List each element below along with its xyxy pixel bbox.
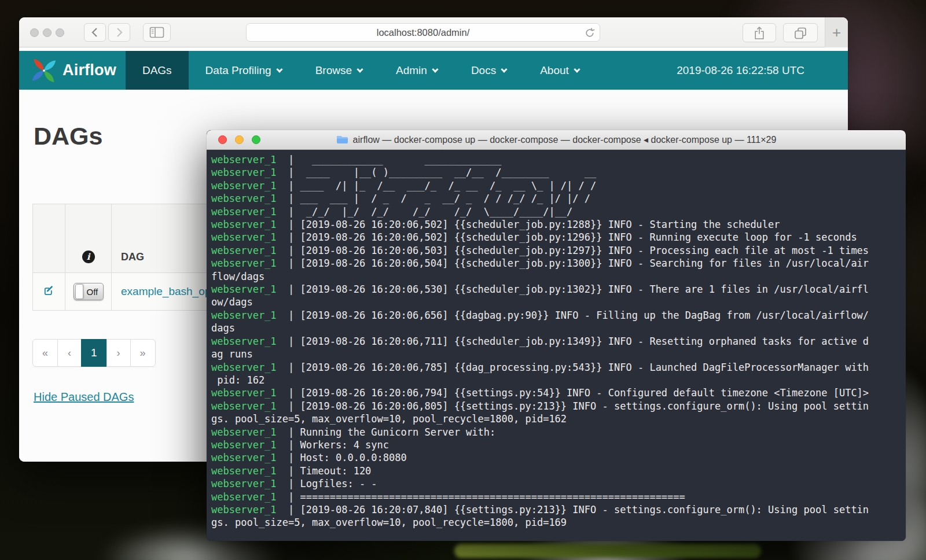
minimize-button[interactable] <box>43 28 52 37</box>
sidebar-icon <box>149 27 164 38</box>
nav-item-admin[interactable]: Admin <box>379 51 454 90</box>
terminal-log-line: webserver_1 | [2019-08-26 16:20:06,805] … <box>211 400 901 412</box>
terminal-log-line: webserver_1 | [2019-08-26 16:20:06,502] … <box>211 231 901 244</box>
airflow-navbar: Airflow DAGsData ProfilingBrowseAdminDoc… <box>19 51 848 90</box>
url-text: localhost:8080/admin/ <box>377 27 470 38</box>
toggle-knob <box>75 284 83 299</box>
terminal-log-line: webserver_1 | ____ /| |_ /__ ___/_ /_ __… <box>211 179 901 192</box>
brand-label: Airflow <box>63 61 116 79</box>
nav-item-label: About <box>540 64 569 77</box>
zoom-button[interactable] <box>56 28 64 37</box>
terminal-window-controls <box>218 135 260 144</box>
terminal-log-line: webserver_1 | Logfiles: - - <box>211 477 901 490</box>
terminal-log-line: webserver_1 | [2019-08-26 16:20:06,656] … <box>211 309 901 322</box>
terminal-title-group: airflow — docker-compose up — docker-com… <box>336 134 777 145</box>
page-first-button[interactable]: « <box>32 339 58 367</box>
terminal-titlebar: airflow — docker-compose up — docker-com… <box>207 130 906 150</box>
chevron-down-icon <box>432 66 438 72</box>
terminal-log-line: webserver_1 | [2019-08-26 16:20:06,504] … <box>211 257 901 270</box>
info-circle-icon: i <box>82 250 95 263</box>
terminal-log-line: webserver_1 | [2019-08-26 16:20:06,530] … <box>211 283 901 296</box>
terminal-log-line: webserver_1 | ___ ___ | / _ / _ __/ _ / … <box>211 192 901 205</box>
forward-button[interactable] <box>108 23 130 42</box>
tabs-icon <box>793 26 807 40</box>
dag-header-label: DAG <box>121 251 144 263</box>
toggle-cell: Off <box>65 273 112 311</box>
terminal-log-line: webserver_1 | _/_/ |_/ /_/ /_/ /_/ \____… <box>211 205 901 218</box>
share-button[interactable] <box>743 23 776 42</box>
folder-icon <box>336 135 348 145</box>
chevron-down-icon <box>574 66 580 72</box>
minimize-button[interactable] <box>235 135 244 144</box>
nav-item-docs[interactable]: Docs <box>454 51 523 90</box>
info-column-header: i <box>65 204 112 273</box>
new-tab-button[interactable]: + <box>825 17 848 47</box>
nav-item-dags[interactable]: DAGs <box>126 51 189 90</box>
pagination: «‹1›» <box>32 339 156 367</box>
chevron-down-icon <box>276 66 282 72</box>
nav-item-data-profiling[interactable]: Data Profiling <box>189 51 299 90</box>
utc-clock: 2019-08-26 16:22:58 UTC <box>677 64 804 77</box>
terminal-window: airflow — docker-compose up — docker-com… <box>207 130 906 541</box>
nav-item-label: Docs <box>471 64 496 77</box>
plus-icon: + <box>832 24 841 42</box>
page-title: DAGs <box>34 122 102 150</box>
chevron-down-icon <box>501 66 508 72</box>
terminal-log-line: flow/dags <box>211 270 901 283</box>
nav-item-browse[interactable]: Browse <box>299 51 379 90</box>
page-last-button[interactable]: » <box>130 339 156 367</box>
page-1-button[interactable]: 1 <box>81 339 107 367</box>
terminal-log-line: dags <box>211 322 901 334</box>
terminal-log-line: webserver_1 | ____ |__( )_________ __/__… <box>211 166 901 179</box>
hide-paused-dags-link[interactable]: Hide Paused DAGs <box>34 390 134 404</box>
terminal-log-line: webserver_1 | Running the Gunicorn Serve… <box>211 426 901 439</box>
nav-item-about[interactable]: About <box>523 51 596 90</box>
chevron-right-icon <box>115 27 123 38</box>
nav-item-label: DAGs <box>142 64 172 77</box>
nav-item-label: Data Profiling <box>205 64 271 77</box>
chevron-left-icon <box>91 27 99 38</box>
terminal-log-line: webserver_1 | Host: 0.0.0.0:8080 <box>211 451 901 464</box>
terminal-title: airflow — docker-compose up — docker-com… <box>353 134 777 145</box>
page-next-button[interactable]: › <box>106 339 131 367</box>
reload-icon[interactable] <box>584 27 596 39</box>
dag-pause-toggle[interactable]: Off <box>74 283 104 300</box>
airflow-logo-icon <box>31 57 57 84</box>
airflow-brand[interactable]: Airflow <box>31 51 116 90</box>
browser-toolbar: localhost:8080/admin/ + <box>19 17 848 47</box>
terminal-log-line: gs. pool_size=5, max_overflow=10, pool_r… <box>211 516 901 529</box>
terminal-log-line: gs. pool_size=5, max_overflow=10, pool_r… <box>211 412 901 425</box>
edit-column-header <box>33 204 65 273</box>
edit-dag-icon[interactable] <box>42 284 56 297</box>
close-button[interactable] <box>218 135 227 144</box>
window-controls <box>30 28 64 37</box>
show-tabs-button[interactable] <box>783 23 818 42</box>
url-field[interactable]: localhost:8080/admin/ <box>246 23 600 42</box>
terminal-log-line: webserver_1 | [2019-08-26 16:20:07,840] … <box>211 503 901 516</box>
terminal-log-line: webserver_1 | [2019-08-26 16:20:06,794] … <box>211 386 901 399</box>
zoom-button[interactable] <box>252 135 260 144</box>
terminal-log-line: ow/dags <box>211 296 901 308</box>
sidebar-button[interactable] <box>143 23 171 42</box>
terminal-log-line: webserver_1 | [2019-08-26 16:20:06,502] … <box>211 218 901 231</box>
terminal-log-line: webserver_1 | ____________ _____________ <box>211 153 901 166</box>
terminal-log-line: webserver_1 | ==========================… <box>211 491 901 503</box>
terminal-log-line: webserver_1 | Workers: 4 sync <box>211 439 901 451</box>
terminal-log-line: webserver_1 | [2019-08-26 16:20:06,711] … <box>211 335 901 348</box>
terminal-output: webserver_1 | ____________ _____________… <box>207 150 906 541</box>
navbar-items: DAGsData ProfilingBrowseAdminDocsAbout <box>126 51 596 90</box>
terminal-log-line: pid: 162 <box>211 374 901 386</box>
chevron-down-icon <box>357 66 363 72</box>
nav-item-label: Browse <box>315 64 352 77</box>
wallpaper-shape <box>454 544 761 558</box>
page-prev-button[interactable]: ‹ <box>57 339 82 367</box>
share-icon <box>754 26 765 40</box>
terminal-log-line: webserver_1 | [2019-08-26 16:20:06,503] … <box>211 244 901 257</box>
nav-item-label: Admin <box>396 64 427 77</box>
edit-cell <box>33 273 65 311</box>
close-button[interactable] <box>30 28 39 37</box>
terminal-log-line: ag runs <box>211 348 901 360</box>
terminal-log-line: webserver_1 | Timeout: 120 <box>211 465 901 477</box>
terminal-log-line: webserver_1 | [2019-08-26 16:20:06,785] … <box>211 361 901 374</box>
back-button[interactable] <box>84 23 106 42</box>
